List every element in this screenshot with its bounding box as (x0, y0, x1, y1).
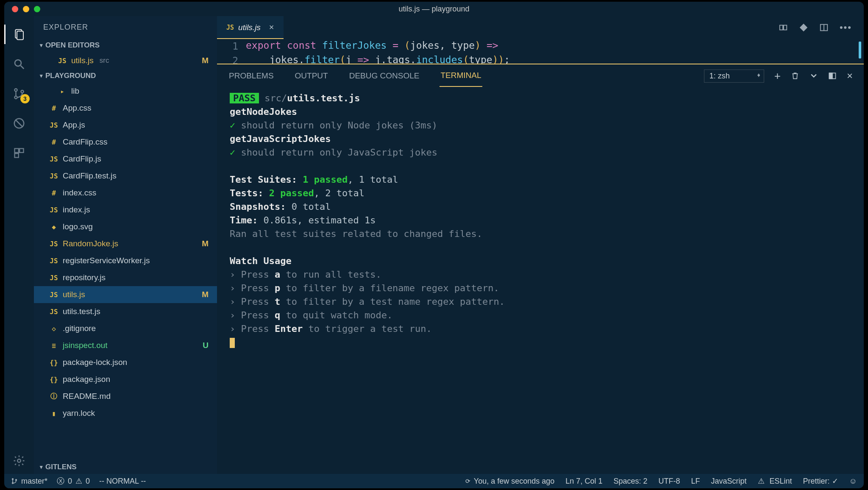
file-name: package.json (63, 375, 110, 384)
feedback-icon[interactable]: ☺ (849, 477, 857, 486)
file-item[interactable]: JSregisterServiceWorker.js (34, 252, 217, 269)
panel-close-icon[interactable]: × (847, 70, 853, 82)
file-item[interactable]: ▮yarn.lock (34, 405, 217, 422)
file-item[interactable]: JSApp.js (34, 117, 217, 134)
js-icon: JS (49, 291, 58, 299)
svg-point-12 (17, 459, 21, 462)
source-control-icon[interactable]: 3 (12, 86, 26, 101)
js-icon: JS (49, 240, 58, 248)
panel-maximize-icon[interactable] (828, 72, 837, 80)
file-name: App.css (63, 103, 92, 113)
minimap[interactable] (859, 42, 861, 58)
file-item[interactable]: JSutils.test.js (34, 303, 217, 320)
split-editor-icon[interactable] (819, 23, 829, 32)
problems-status[interactable]: ⓧ0 ⚠0 (57, 476, 90, 486)
debug-icon[interactable] (12, 116, 26, 131)
tab-utils-js[interactable]: JS utils.js × (217, 16, 284, 39)
out-icon: ≡ (49, 342, 58, 350)
tab-output[interactable]: OUTPUT (294, 65, 329, 86)
line-gutter: 12 (225, 39, 246, 64)
file-status: M (202, 56, 209, 65)
workspace-section[interactable]: PLAYGROUND (34, 69, 217, 83)
search-icon[interactable] (12, 57, 26, 71)
file-name: index.css (63, 188, 96, 198)
file-item[interactable]: {}package-lock.json (34, 354, 217, 371)
tab-label: utils.js (238, 23, 261, 32)
explorer-icon[interactable] (12, 27, 26, 42)
gitlens-section[interactable]: GITLENS (34, 460, 217, 474)
file-name: jsinspect.out (63, 341, 108, 350)
compare-changes-icon[interactable] (779, 23, 788, 32)
file-name: package-lock.json (63, 358, 127, 367)
panel-tabs: PROBLEMS OUTPUT DEBUG CONSOLE TERMINAL 1… (217, 64, 864, 87)
prettier-status[interactable]: Prettier: ✓ (803, 476, 838, 486)
eol[interactable]: LF (691, 477, 700, 486)
kill-terminal-icon[interactable] (791, 71, 799, 81)
file-item[interactable]: ≡jsinspect.outU (34, 337, 217, 354)
settings-gear-icon[interactable] (12, 454, 26, 468)
eslint-status[interactable]: ESLint (758, 476, 792, 486)
file-item[interactable]: JSRandomJoke.jsM (34, 235, 217, 252)
svg-point-6 (21, 90, 23, 93)
git-blame[interactable]: ⟳You, a few seconds ago (465, 477, 554, 486)
svg-rect-10 (19, 149, 23, 153)
js-icon: JS (49, 206, 58, 214)
vim-mode: -- NORMAL -- (99, 477, 146, 486)
new-terminal-icon[interactable]: + (774, 70, 781, 83)
svg-point-4 (14, 89, 17, 91)
extensions-icon[interactable] (12, 146, 26, 160)
scm-badge: 3 (20, 94, 30, 103)
explorer-title: EXPLORER (34, 16, 217, 39)
file-item[interactable]: JSindex.js (34, 201, 217, 218)
file-name: App.js (63, 120, 85, 130)
file-name: index.js (63, 205, 90, 214)
open-editors-section[interactable]: OPEN EDITORS (34, 39, 217, 52)
file-item[interactable]: ⓘREADME.md (34, 388, 217, 405)
file-item[interactable]: JSrepository.js (34, 269, 217, 286)
cursor-position[interactable]: Ln 7, Col 1 (565, 477, 602, 486)
editor-tabbar: JS utils.js × ••• (217, 16, 864, 39)
file-item[interactable]: JSCardFlip.js (34, 150, 217, 167)
file-name: .gitignore (63, 324, 96, 333)
js-icon: JS (49, 172, 58, 180)
file-status: U (203, 341, 209, 350)
file-item[interactable]: JSutils.jsM (34, 286, 217, 303)
js-icon: JS (49, 155, 58, 163)
file-item[interactable]: #App.css (34, 100, 217, 117)
svg-rect-11 (15, 153, 19, 157)
open-editor-item[interactable]: JS utils.js src M (34, 52, 217, 69)
language-mode[interactable]: JavaScript (711, 477, 746, 486)
folder-icon: ▸ (58, 87, 67, 95)
code-content: export const filterJokes = (jokes, type)… (246, 39, 864, 63)
tab-terminal[interactable]: TERMINAL (440, 65, 482, 87)
file-item[interactable]: ◆logo.svg (34, 218, 217, 235)
file-name: CardFlip.test.js (63, 171, 117, 181)
chevron-down-icon[interactable] (810, 72, 818, 80)
terminal-output[interactable]: PASS src/utils.test.js getNodeJokes ✓ sh… (217, 87, 864, 474)
titlebar: utils.js — playground (4, 2, 864, 16)
tab-problems[interactable]: PROBLEMS (228, 65, 275, 86)
svg-point-20 (12, 482, 14, 484)
tab-debug-console[interactable]: DEBUG CONSOLE (348, 65, 420, 86)
file-item[interactable]: ▸lib (34, 83, 217, 100)
more-icon[interactable]: ••• (840, 22, 852, 33)
file-item[interactable]: #index.css (34, 184, 217, 201)
close-icon[interactable]: × (269, 22, 274, 32)
git-icon: ◇ (49, 325, 58, 333)
js-icon: JS (49, 308, 58, 316)
terminal-cursor (230, 338, 235, 348)
file-name: yarn.lock (63, 409, 95, 418)
code-editor[interactable]: 12 export const filterJokes = (jokes, ty… (217, 39, 864, 64)
file-item[interactable]: #CardFlip.css (34, 134, 217, 150)
encoding[interactable]: UTF-8 (658, 477, 680, 486)
file-item[interactable]: ◇.gitignore (34, 320, 217, 337)
open-changes-icon[interactable] (799, 23, 808, 32)
indentation[interactable]: Spaces: 2 (613, 477, 647, 486)
js-icon: JS (49, 257, 58, 265)
file-item[interactable]: JSCardFlip.test.js (34, 167, 217, 184)
file-item[interactable]: {}package.json (34, 371, 217, 388)
git-branch[interactable]: master* (11, 477, 47, 486)
svg-point-5 (14, 96, 17, 99)
svg-point-21 (16, 479, 17, 481)
terminal-select[interactable]: 1: zsh (704, 70, 764, 83)
